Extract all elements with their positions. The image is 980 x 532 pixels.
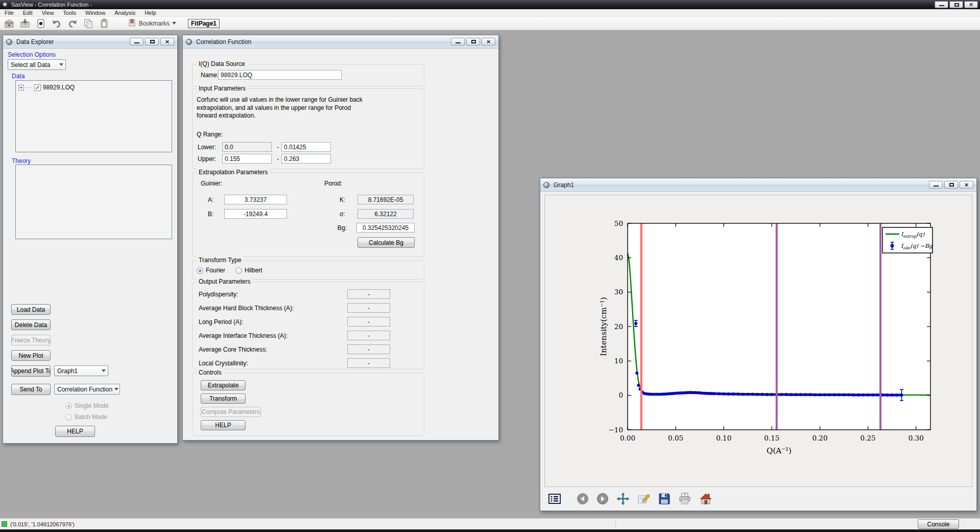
report-icon[interactable] bbox=[35, 18, 46, 29]
q-upper-to-field[interactable]: 0.263 bbox=[281, 154, 331, 164]
maximize-button[interactable] bbox=[944, 181, 958, 189]
svg-text:10: 10 bbox=[614, 357, 623, 365]
append-plot-to-button[interactable]: Append Plot To bbox=[11, 365, 51, 377]
load-data-button[interactable]: Load Data bbox=[11, 304, 51, 315]
reset-home-icon[interactable] bbox=[699, 493, 712, 505]
menu-item-view[interactable]: View bbox=[37, 10, 59, 16]
app-maximize-button[interactable] bbox=[949, 1, 963, 8]
transform-type-group-label: Transform Type bbox=[197, 257, 243, 264]
calculate-bg-button[interactable]: Calculate Bg bbox=[357, 237, 415, 248]
back-icon[interactable] bbox=[577, 493, 589, 505]
transform-button[interactable]: Transform bbox=[201, 394, 246, 404]
graph1-title: Graph1 bbox=[554, 181, 574, 189]
guinier-b-field[interactable]: -19249.4 bbox=[224, 209, 287, 219]
menu-item-file[interactable]: File bbox=[0, 10, 18, 16]
svg-text:0.30: 0.30 bbox=[909, 434, 924, 442]
theory-section-label: Theory bbox=[12, 157, 31, 165]
menu-item-help[interactable]: Help bbox=[140, 10, 161, 16]
paste-icon[interactable] bbox=[99, 18, 110, 29]
menu-item-tools[interactable]: Tools bbox=[58, 10, 81, 16]
input-parameters-group-label: Input Parameters bbox=[197, 85, 248, 92]
copy-icon[interactable] bbox=[83, 18, 94, 29]
zoom-edit-icon[interactable] bbox=[637, 493, 651, 505]
status-indicator bbox=[2, 521, 7, 527]
svg-text:0.15: 0.15 bbox=[764, 434, 779, 442]
pan-icon[interactable] bbox=[616, 492, 630, 505]
extrapolate-button[interactable]: Extrapolate bbox=[201, 380, 246, 390]
menu-item-edit[interactable]: Edit bbox=[18, 10, 37, 16]
maximize-icon bbox=[954, 3, 959, 7]
perspective-dropdown[interactable]: Correlation Function bbox=[54, 384, 120, 395]
save-project-icon[interactable] bbox=[19, 18, 31, 29]
graph1-titlebar[interactable]: Graph1 bbox=[540, 178, 976, 192]
window-icon bbox=[543, 182, 549, 188]
close-button[interactable] bbox=[160, 38, 174, 45]
print-icon[interactable] bbox=[678, 493, 691, 505]
maximize-button[interactable] bbox=[145, 38, 159, 45]
extrapolation-parameters-group-label: Extrapolation Parameters bbox=[197, 169, 270, 176]
data-explorer-titlebar[interactable]: Data Explorer bbox=[3, 35, 177, 49]
chevron-down-icon bbox=[57, 60, 65, 70]
q-lower-to-field[interactable]: 0.01425 bbox=[281, 142, 331, 152]
minimize-icon bbox=[934, 186, 939, 187]
chevron-down-icon bbox=[112, 384, 120, 394]
data-name-field[interactable]: 98929.LOQ bbox=[218, 70, 342, 80]
app-close-button[interactable] bbox=[964, 1, 978, 8]
selection-options-dropdown[interactable]: Select all Data bbox=[8, 59, 66, 70]
data-explorer-window: Data Explorer Selection Options Select a… bbox=[3, 35, 178, 444]
guinier-a-field[interactable]: 3.73237 bbox=[224, 195, 287, 204]
minimize-button[interactable] bbox=[929, 181, 943, 189]
data-checkbox[interactable]: ✓ bbox=[34, 84, 41, 91]
graph-select-value: Graph1 bbox=[57, 367, 78, 375]
tree-connector bbox=[26, 87, 32, 88]
correlation-function-titlebar[interactable]: Correlation Function bbox=[183, 35, 498, 49]
menu-item-window[interactable]: Window bbox=[81, 10, 110, 16]
maximize-icon bbox=[949, 183, 954, 187]
maximize-button[interactable] bbox=[466, 38, 480, 45]
fourier-label[interactable]: Fourier bbox=[206, 267, 225, 274]
single-mode-label: Single Mode bbox=[75, 402, 109, 409]
porod-label: Porod: bbox=[324, 180, 342, 187]
avg-interface-thickness-field: - bbox=[347, 331, 390, 340]
send-to-button[interactable]: Send To bbox=[11, 384, 51, 395]
corfunc-help-button[interactable]: HELP bbox=[201, 420, 246, 430]
close-button[interactable] bbox=[482, 38, 495, 45]
porod-bg-field[interactable]: 0.325425320245 bbox=[356, 223, 415, 233]
graph-select-dropdown[interactable]: Graph1 bbox=[54, 365, 108, 376]
minimize-icon bbox=[134, 42, 139, 43]
forward-icon[interactable] bbox=[596, 493, 609, 505]
bookmarks-control[interactable]: Bookmarks bbox=[128, 18, 176, 29]
minimize-button[interactable] bbox=[130, 38, 144, 45]
plot-figure: 0.000.050.100.150.200.250.30−10010203040… bbox=[544, 195, 972, 487]
load-data-icon[interactable] bbox=[4, 18, 15, 29]
fitpage-tab[interactable]: FitPage1 bbox=[188, 19, 220, 28]
hilbert-label[interactable]: Hilbert bbox=[245, 267, 262, 274]
long-period-label: Long Period (A): bbox=[199, 318, 243, 326]
new-plot-button[interactable]: New Plot bbox=[11, 350, 51, 361]
polydispersity-field: - bbox=[347, 289, 390, 299]
save-icon[interactable] bbox=[658, 493, 671, 505]
hilbert-radio[interactable] bbox=[235, 267, 242, 274]
menu-item-analysis[interactable]: Analysis bbox=[110, 10, 140, 16]
name-label: Name: bbox=[201, 72, 219, 79]
q-upper-from-field[interactable]: 0.155 bbox=[222, 154, 272, 164]
minimize-button[interactable] bbox=[451, 38, 465, 45]
data-tree-item-label[interactable]: 98929.LOQ bbox=[43, 84, 75, 91]
controls-group-label: Controls bbox=[197, 369, 224, 376]
compute-parameters-button: Compute Parameters bbox=[201, 407, 261, 417]
main-toolbar: Bookmarks FitPage1 bbox=[0, 17, 980, 30]
tree-expander-icon[interactable]: + bbox=[18, 85, 24, 90]
fourier-radio[interactable] bbox=[197, 267, 203, 274]
data-explorer-title: Data Explorer bbox=[16, 38, 54, 45]
avg-interface-thickness-label: Average Interface Thickness (A): bbox=[199, 332, 288, 339]
output-parameters-group-label: Output Parameters bbox=[197, 278, 252, 285]
console-button[interactable]: Console bbox=[918, 519, 959, 529]
undo-icon[interactable] bbox=[51, 18, 62, 29]
data-explorer-help-button[interactable]: HELP bbox=[55, 426, 95, 437]
plot-properties-icon[interactable] bbox=[548, 494, 561, 504]
app-minimize-button[interactable] bbox=[935, 1, 948, 8]
delete-data-button[interactable]: Delete Data bbox=[11, 319, 51, 330]
close-button[interactable] bbox=[960, 181, 973, 189]
redo-icon[interactable] bbox=[67, 18, 78, 29]
guinier-b-label: B: bbox=[208, 211, 213, 218]
